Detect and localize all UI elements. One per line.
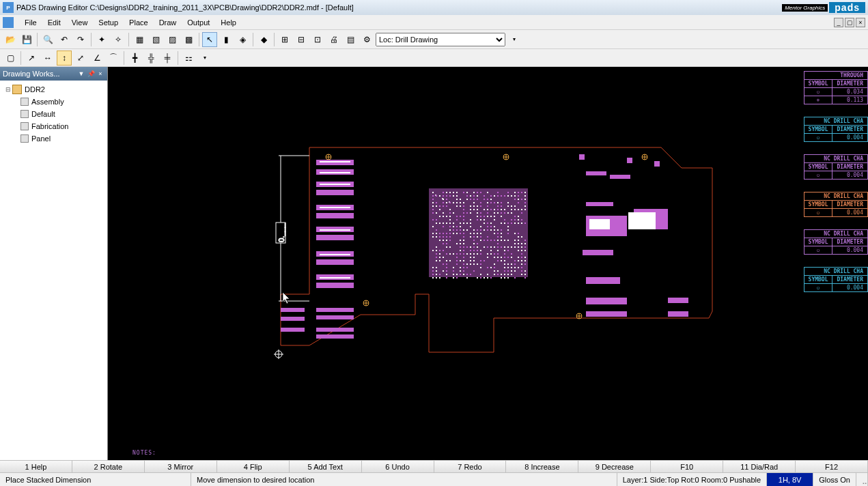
fkey-3[interactable]: 3 Mirror bbox=[145, 461, 217, 472]
dim-vert-icon[interactable]: ↕ bbox=[57, 51, 72, 66]
minimize-button[interactable]: _ bbox=[834, 18, 843, 27]
menu-edit[interactable]: Edit bbox=[42, 17, 66, 28]
settings-icon[interactable]: ⚙ bbox=[359, 32, 374, 47]
svg-rect-150 bbox=[501, 205, 502, 207]
dim-align-icon[interactable]: ⤢ bbox=[73, 51, 88, 66]
svg-rect-273 bbox=[432, 233, 434, 234]
drill-tables: THROUGHSYMBOLDIAMETER▫0.034+0.113NC DRIL… bbox=[804, 71, 868, 292]
svg-rect-293 bbox=[432, 236, 434, 238]
undo-icon[interactable]: ↶ bbox=[57, 32, 72, 47]
fkey-7[interactable]: 7 Redo bbox=[434, 461, 507, 472]
svg-rect-472 bbox=[460, 270, 461, 272]
svg-rect-345 bbox=[466, 246, 468, 248]
route-icon[interactable]: ◈ bbox=[235, 32, 250, 47]
shape-icon[interactable]: ◆ bbox=[256, 32, 271, 47]
dim-leader2-icon[interactable]: ╬ bbox=[143, 51, 158, 66]
fkey-6[interactable]: 6 Undo bbox=[362, 461, 434, 472]
svg-rect-247 bbox=[453, 226, 454, 227]
grid-icon[interactable]: ⊞ bbox=[277, 32, 292, 47]
component-icon[interactable]: ▮ bbox=[219, 32, 234, 47]
svg-rect-54 bbox=[668, 311, 688, 317]
svg-rect-367 bbox=[463, 250, 464, 251]
drawing-canvas[interactable]: 0.___ bbox=[108, 67, 868, 460]
fkey-2[interactable]: 2 Rotate bbox=[72, 461, 145, 472]
search-icon[interactable]: 🔍 bbox=[40, 32, 55, 47]
sidebar-dropdown-icon[interactable]: ▼ bbox=[77, 70, 85, 78]
svg-rect-453 bbox=[453, 267, 454, 268]
sidebar-pin-icon[interactable]: 📌 bbox=[87, 70, 95, 78]
select-icon[interactable]: ↖ bbox=[202, 32, 217, 47]
svg-rect-377 bbox=[521, 250, 522, 251]
sidebar-close-icon[interactable]: × bbox=[96, 70, 104, 78]
dim-linear-icon[interactable]: ↗ bbox=[24, 51, 39, 66]
restore-button[interactable]: ▢ bbox=[845, 18, 854, 27]
svg-rect-87 bbox=[470, 195, 471, 197]
svg-rect-28 bbox=[316, 334, 354, 339]
snap-icon[interactable]: ⊟ bbox=[294, 32, 309, 47]
svg-rect-133 bbox=[507, 202, 509, 203]
report-icon[interactable]: ▤ bbox=[343, 32, 358, 47]
fkey-8[interactable]: 8 Increase bbox=[506, 461, 578, 472]
tree-item-fabrication[interactable]: Fabrication bbox=[0, 120, 107, 132]
redo-icon[interactable]: ↷ bbox=[73, 32, 88, 47]
toolbar-dimension: ▢ ↗ ↔ ↕ ⤢ ∠ ⌒ ╋ ╬ ╪ ⚏ ▾ bbox=[0, 49, 868, 67]
svg-rect-280 bbox=[456, 233, 458, 234]
layer2-icon[interactable]: ▧ bbox=[148, 32, 163, 47]
fkey-9[interactable]: 9 Decrease bbox=[578, 461, 651, 472]
fkey-11[interactable]: 11 Dia/Rad bbox=[723, 461, 796, 472]
menu-setup[interactable]: Setup bbox=[93, 17, 124, 28]
brand-logo: Mentor Graphics pads bbox=[782, 1, 865, 14]
layer3-icon[interactable]: ▨ bbox=[165, 32, 180, 47]
dim-settings-icon[interactable]: ⚏ bbox=[181, 51, 196, 66]
location-dropdown[interactable]: Loc: Drill Drawing bbox=[376, 33, 505, 46]
svg-rect-281 bbox=[460, 233, 461, 234]
dim-arc-icon[interactable]: ⌒ bbox=[106, 51, 121, 66]
svg-rect-22 bbox=[316, 259, 354, 265]
snap2-icon[interactable]: ⊡ bbox=[310, 32, 325, 47]
print-icon[interactable]: 🖨 bbox=[326, 32, 341, 47]
menu-file[interactable]: File bbox=[19, 17, 42, 28]
dim-select-icon[interactable]: ▢ bbox=[3, 51, 18, 66]
layer4-icon[interactable]: ▩ bbox=[181, 32, 196, 47]
save-icon[interactable]: 💾 bbox=[19, 32, 34, 47]
function-key-bar: 1 Help 2 Rotate 3 Mirror 4 Flip 5 Add Te… bbox=[0, 460, 868, 472]
svg-rect-183 bbox=[480, 212, 481, 214]
fkey-10[interactable]: F10 bbox=[651, 461, 723, 472]
tool2-icon[interactable]: ✧ bbox=[111, 32, 126, 47]
dim-horiz-icon[interactable]: ↔ bbox=[40, 51, 55, 66]
tool-icon[interactable]: ✦ bbox=[94, 32, 109, 47]
fkey-4[interactable]: 4 Flip bbox=[217, 461, 290, 472]
dim-angle-icon[interactable]: ∠ bbox=[89, 51, 104, 66]
svg-rect-381 bbox=[446, 253, 447, 255]
menu-output[interactable]: Output bbox=[182, 17, 215, 28]
svg-rect-407 bbox=[494, 257, 495, 258]
menu-help[interactable]: Help bbox=[215, 17, 242, 28]
fkey-5[interactable]: 5 Add Text bbox=[290, 461, 362, 472]
fkey-1[interactable]: 1 Help bbox=[0, 461, 72, 472]
layer-icon[interactable]: ▦ bbox=[132, 32, 147, 47]
svg-rect-122 bbox=[453, 202, 454, 203]
menu-draw[interactable]: Draw bbox=[154, 17, 182, 28]
tree-root[interactable]: ⊟ DDR2 bbox=[0, 83, 107, 96]
svg-rect-343 bbox=[460, 246, 461, 248]
close-button[interactable]: × bbox=[856, 18, 865, 27]
svg-rect-290 bbox=[507, 233, 509, 234]
tree-item-panel[interactable]: Panel bbox=[0, 132, 107, 145]
dropdown-grip-icon[interactable]: ▾ bbox=[507, 32, 522, 47]
menu-view[interactable]: View bbox=[66, 17, 94, 28]
expander-icon[interactable]: ⊟ bbox=[4, 86, 12, 93]
tree-item-default[interactable]: Default bbox=[0, 108, 107, 120]
dim-grip-icon[interactable]: ▾ bbox=[197, 51, 212, 66]
resize-grip-icon[interactable]: ⣀ bbox=[856, 473, 868, 486]
svg-rect-396 bbox=[504, 253, 505, 255]
svg-rect-217 bbox=[494, 219, 495, 220]
dim-leader3-icon[interactable]: ╪ bbox=[160, 51, 175, 66]
fkey-12[interactable]: F12 bbox=[796, 461, 868, 472]
tree-item-assembly[interactable]: Assembly bbox=[0, 96, 107, 108]
svg-rect-430 bbox=[514, 260, 516, 261]
menu-place[interactable]: Place bbox=[124, 17, 154, 28]
dim-leader-icon[interactable]: ╋ bbox=[127, 51, 142, 66]
svg-rect-316 bbox=[480, 240, 481, 241]
svg-rect-493 bbox=[480, 274, 481, 275]
open-icon[interactable]: 📂 bbox=[3, 32, 18, 47]
